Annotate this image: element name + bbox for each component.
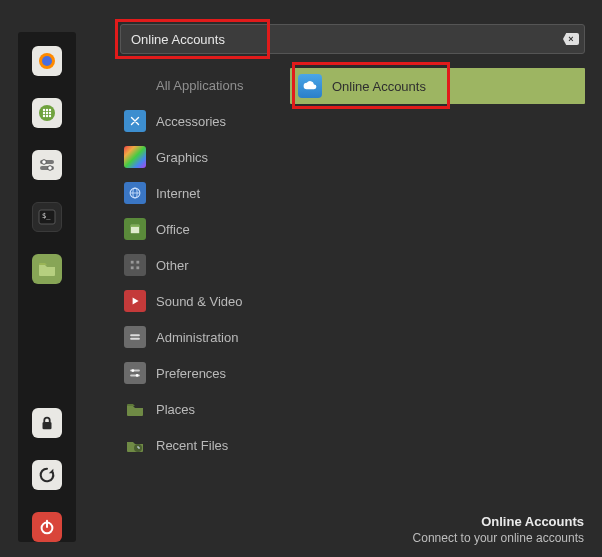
refresh-icon[interactable]: [32, 460, 62, 490]
svg-point-15: [48, 166, 53, 171]
svg-rect-29: [136, 266, 139, 269]
terminal-icon[interactable]: $_: [32, 202, 62, 232]
svg-rect-26: [131, 261, 134, 264]
category-internet[interactable]: Internet: [120, 176, 280, 210]
app-description: Online Accounts Connect to your online a…: [413, 514, 584, 545]
launcher-panel: $_: [18, 32, 76, 542]
svg-point-35: [136, 374, 139, 377]
search-results: Online Accounts: [290, 68, 585, 462]
lock-icon[interactable]: [32, 408, 62, 438]
svg-rect-25: [131, 225, 139, 227]
svg-point-1: [42, 56, 52, 66]
svg-point-7: [46, 112, 48, 114]
online-accounts-icon: [298, 74, 322, 98]
category-label: Office: [156, 222, 190, 237]
app-description-subtitle: Connect to your online accounts: [413, 531, 584, 545]
category-all-applications[interactable]: All Applications: [120, 68, 280, 102]
files-icon[interactable]: [32, 254, 62, 284]
category-label: Preferences: [156, 366, 226, 381]
search-input[interactable]: [120, 24, 585, 54]
graphics-icon: [124, 146, 146, 168]
svg-point-9: [43, 115, 45, 117]
svg-rect-30: [130, 334, 140, 336]
category-label: All Applications: [156, 78, 243, 93]
category-label: Administration: [156, 330, 238, 345]
power-icon[interactable]: [32, 512, 62, 542]
svg-point-8: [49, 112, 51, 114]
category-list: All Applications Accessories Graphics In…: [120, 68, 280, 462]
category-recent-files[interactable]: Recent Files: [120, 428, 280, 462]
administration-icon: [124, 326, 146, 348]
result-label: Online Accounts: [332, 79, 426, 94]
svg-rect-31: [130, 338, 140, 340]
recent-files-icon: [124, 434, 146, 456]
search-wrap: ×: [120, 24, 585, 54]
svg-point-3: [43, 109, 45, 111]
svg-point-4: [46, 109, 48, 111]
svg-point-13: [42, 160, 47, 165]
svg-rect-28: [131, 266, 134, 269]
category-places[interactable]: Places: [120, 392, 280, 426]
category-accessories[interactable]: Accessories: [120, 104, 280, 138]
svg-point-33: [132, 369, 135, 372]
category-label: Sound & Video: [156, 294, 243, 309]
category-label: Graphics: [156, 150, 208, 165]
other-icon: [124, 254, 146, 276]
settings-toggle-icon[interactable]: [32, 150, 62, 180]
category-graphics[interactable]: Graphics: [120, 140, 280, 174]
svg-rect-18: [43, 422, 52, 429]
office-icon: [124, 218, 146, 240]
category-preferences[interactable]: Preferences: [120, 356, 280, 390]
sound-video-icon: [124, 290, 146, 312]
category-other[interactable]: Other: [120, 248, 280, 282]
category-label: Other: [156, 258, 189, 273]
all-applications-icon: [124, 74, 146, 96]
places-icon: [124, 398, 146, 420]
result-online-accounts[interactable]: Online Accounts: [290, 68, 585, 104]
category-label: Internet: [156, 186, 200, 201]
svg-point-6: [43, 112, 45, 114]
category-label: Accessories: [156, 114, 226, 129]
clear-search-icon[interactable]: ×: [563, 33, 579, 45]
category-administration[interactable]: Administration: [120, 320, 280, 354]
application-menu: × All Applications Accessories Graphics: [120, 24, 585, 462]
svg-point-10: [46, 115, 48, 117]
internet-icon: [124, 182, 146, 204]
category-label: Places: [156, 402, 195, 417]
category-office[interactable]: Office: [120, 212, 280, 246]
preferences-icon: [124, 362, 146, 384]
svg-point-11: [49, 115, 51, 117]
category-sound-video[interactable]: Sound & Video: [120, 284, 280, 318]
firefox-icon[interactable]: [32, 46, 62, 76]
svg-rect-27: [136, 261, 139, 264]
app-description-title: Online Accounts: [413, 514, 584, 529]
category-label: Recent Files: [156, 438, 228, 453]
accessories-icon: [124, 110, 146, 132]
svg-text:$_: $_: [42, 212, 51, 220]
apps-grid-icon[interactable]: [32, 98, 62, 128]
svg-point-5: [49, 109, 51, 111]
